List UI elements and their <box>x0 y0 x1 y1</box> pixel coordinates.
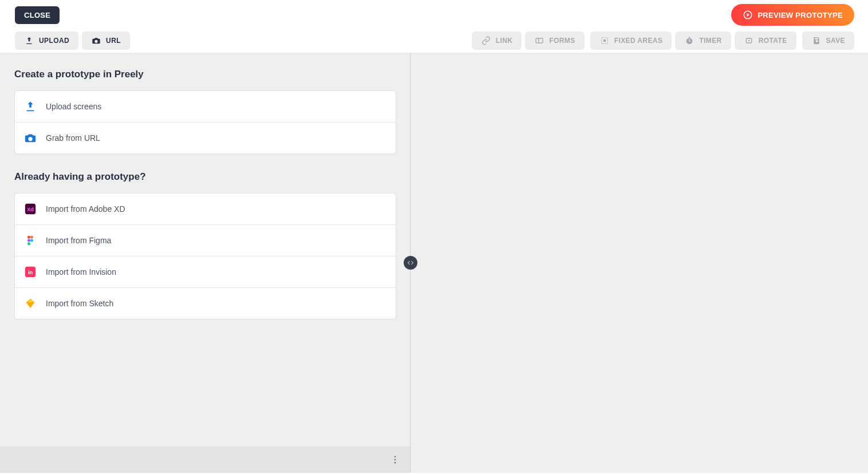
link-button[interactable]: LINK <box>472 31 522 50</box>
svg-point-13 <box>30 236 33 239</box>
grab-url-label: Grab from URL <box>46 133 100 143</box>
import-invision-label: Import from Invision <box>46 267 116 276</box>
grab-from-url-item[interactable]: Grab from URL <box>15 122 396 153</box>
toolbar-left: UPLOAD URL <box>15 31 130 50</box>
sketch-icon <box>24 297 37 310</box>
import-options-list: Xd Import from Adobe XD Import from Figm… <box>14 193 396 319</box>
panel-splitter-toggle[interactable] <box>404 256 417 270</box>
toolbar: UPLOAD URL LINK FORMS FIXED AREAS <box>0 29 868 53</box>
url-label: URL <box>106 37 121 45</box>
link-label: LINK <box>496 37 513 45</box>
import-sketch-label: Import from Sketch <box>46 299 113 308</box>
import-figma-label: Import from Figma <box>46 236 111 245</box>
rotate-button[interactable]: ROTATE <box>735 31 796 50</box>
toolbar-group-fixed-timer-rotate: FIXED AREAS TIMER ROTATE <box>590 31 796 50</box>
upload-screens-item[interactable]: Upload screens <box>15 91 396 122</box>
timer-button[interactable]: TIMER <box>675 31 731 50</box>
forms-label: FORMS <box>549 37 575 45</box>
fixed-areas-label: FIXED AREAS <box>614 37 663 45</box>
svg-point-20 <box>394 459 396 461</box>
rotate-label: ROTATE <box>759 37 787 45</box>
svg-point-21 <box>394 462 396 464</box>
upload-button[interactable]: UPLOAD <box>15 31 78 50</box>
more-options-button[interactable] <box>388 453 402 467</box>
left-panel: Create a prototype in Preely Upload scre… <box>0 53 411 473</box>
toolbar-group-save: SAVE <box>802 31 854 50</box>
figma-icon <box>24 234 37 247</box>
invision-icon: in <box>24 266 37 278</box>
svg-point-12 <box>27 236 30 239</box>
upload-icon <box>24 36 34 45</box>
create-prototype-title: Create a prototype in Preely <box>14 69 396 80</box>
fixed-areas-icon <box>599 36 610 45</box>
toolbar-right: LINK FORMS FIXED AREAS TIMER ROTATE <box>472 31 854 50</box>
adobe-xd-icon: Xd <box>24 203 37 215</box>
import-adobe-xd-item[interactable]: Xd Import from Adobe XD <box>15 193 396 224</box>
svg-point-14 <box>27 239 30 242</box>
fixed-areas-button[interactable]: FIXED AREAS <box>590 31 672 50</box>
create-options-list: Upload screens Grab from URL <box>14 90 396 154</box>
import-figma-item[interactable]: Import from Figma <box>15 224 396 256</box>
save-label: SAVE <box>826 37 845 45</box>
rotate-icon <box>744 36 754 45</box>
already-having-title: Already having a prototype? <box>14 171 396 183</box>
forms-icon <box>534 36 545 45</box>
svg-text:in: in <box>28 270 33 275</box>
svg-point-9 <box>29 138 31 140</box>
link-icon <box>481 36 491 45</box>
import-invision-item[interactable]: in Import from Invision <box>15 256 396 287</box>
main-area: Create a prototype in Preely Upload scre… <box>0 53 868 473</box>
svg-point-19 <box>394 456 396 457</box>
grab-url-icon <box>24 132 37 144</box>
preview-prototype-button[interactable]: PREVIEW PROTOTYPE <box>731 4 854 26</box>
chevrons-horizontal-icon <box>407 259 414 266</box>
play-circle-icon <box>743 10 753 20</box>
svg-point-16 <box>27 242 30 245</box>
toolbar-group-link-forms: LINK FORMS <box>472 31 585 50</box>
import-adobe-xd-label: Import from Adobe XD <box>46 204 125 214</box>
timer-label: TIMER <box>699 37 721 45</box>
svg-point-15 <box>30 239 33 242</box>
upload-label: UPLOAD <box>39 37 69 45</box>
url-button[interactable]: URL <box>82 31 130 50</box>
upload-screens-label: Upload screens <box>46 102 101 111</box>
svg-point-1 <box>96 41 97 42</box>
camera-icon <box>91 36 101 45</box>
save-button[interactable]: SAVE <box>802 31 854 50</box>
svg-text:Xd: Xd <box>27 207 34 212</box>
svg-point-8 <box>748 40 749 41</box>
svg-rect-2 <box>536 38 543 43</box>
right-panel <box>411 53 868 473</box>
timer-icon <box>684 36 695 45</box>
kebab-menu-icon <box>390 455 400 465</box>
svg-rect-6 <box>689 37 691 37</box>
close-button[interactable]: CLOSE <box>15 6 60 24</box>
upload-screens-icon <box>24 100 37 113</box>
preview-prototype-label: PREVIEW PROTOTYPE <box>757 11 843 19</box>
save-icon <box>811 36 822 45</box>
bottom-strip <box>0 447 410 473</box>
svg-rect-4 <box>603 40 606 42</box>
forms-button[interactable]: FORMS <box>525 31 584 50</box>
import-sketch-item[interactable]: Import from Sketch <box>15 287 396 319</box>
topbar: CLOSE PREVIEW PROTOTYPE <box>0 0 868 30</box>
